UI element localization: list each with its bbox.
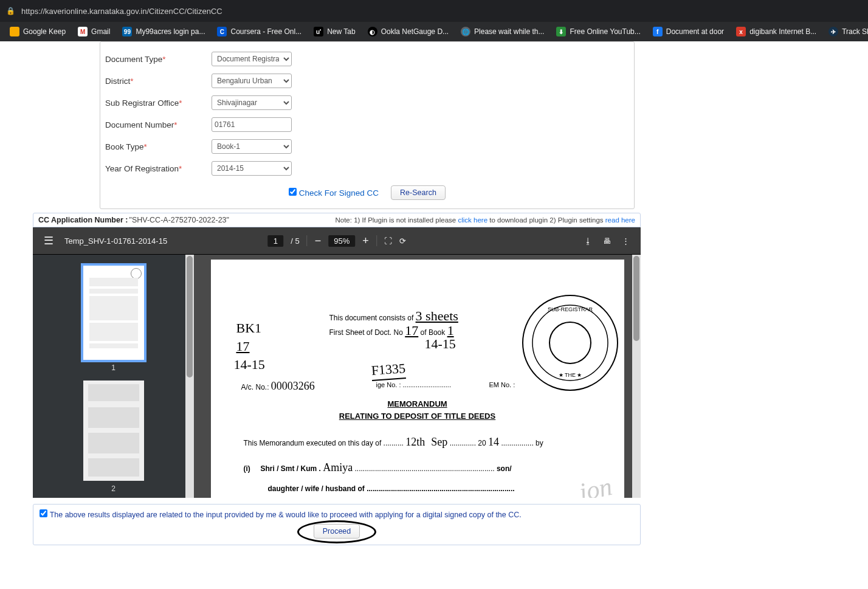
consent-checkbox[interactable] — [40, 509, 47, 517]
track-icon: ✈ — [828, 27, 838, 36]
book-type-select[interactable]: Book-1 — [212, 139, 292, 154]
memo-line2: (i) Shri / Smt / Kum . Amiya ...........… — [244, 461, 612, 474]
label-year: Year Of Registration* — [105, 164, 212, 173]
district-select[interactable]: Bengaluru Urban — [212, 74, 292, 88]
pdf-current-page[interactable]: 1 — [267, 235, 283, 247]
label-doc-type: Document Type* — [105, 55, 212, 64]
svg-text:SUB-REGISTRAR: SUB-REGISTRAR — [547, 306, 593, 312]
bookmark-digibank[interactable]: xdigibank Internet B... — [731, 24, 821, 39]
bookmark-doc-at-door[interactable]: fDocument at door — [648, 24, 729, 39]
doc-consists-line: This document consists of 3 sheets — [329, 308, 458, 324]
label-sro: Sub Registrar Office* — [105, 98, 212, 108]
bookmark-pleasewait[interactable]: 🌐Please wait while th... — [456, 24, 549, 39]
thumb-1-number: 1 — [33, 363, 194, 372]
pdf-zoom-level[interactable]: 95% — [328, 235, 355, 247]
bookmark-99acres[interactable]: 99My99acres login pa... — [117, 24, 210, 39]
memo-subtitle: RELATING TO DEPOSIT OF TITLE DEEDS — [211, 412, 624, 421]
check-signed-cc[interactable] — [289, 188, 297, 196]
bookmark-gmail[interactable]: MGmail — [73, 24, 115, 39]
bookmarks-bar: Google Keep MGmail 99My99acres login pa.… — [0, 22, 868, 41]
bookmark-bluedart[interactable]: ✈Track Shipment Stat... — [824, 24, 868, 39]
ookla-icon: ◐ — [368, 27, 377, 36]
zoom-in-icon[interactable]: + — [362, 235, 369, 247]
pdf-page-1: ★ THE ★ SUB-REGISTRAR This document cons… — [211, 260, 624, 498]
em-no: EM No. : — [489, 381, 515, 388]
rotate-icon[interactable]: ⟳ — [399, 236, 406, 246]
consent-panel: The above results displayed are related … — [33, 504, 641, 545]
thumbs-scrollbar[interactable] — [185, 255, 194, 498]
coursera-icon: C — [217, 27, 227, 36]
svg-point-1 — [532, 305, 608, 381]
plugin-read-here-link[interactable]: read here — [605, 216, 635, 224]
pdf-toolbar: ☰ Temp_SHV-1-01761-2014-15 1 / 5 − 95% +… — [33, 227, 641, 254]
doc-number-input[interactable] — [212, 117, 292, 132]
url-text[interactable]: https://kaverionline.karnataka.gov.in/Ci… — [21, 7, 222, 16]
label-district: District* — [105, 77, 212, 86]
17-hand: 17 — [236, 339, 250, 354]
facebook-icon: f — [653, 27, 663, 36]
bookmark-newtab[interactable]: u'New Tab — [309, 24, 360, 39]
pdf-thumb-1[interactable] — [83, 266, 144, 360]
check-signed-cc-wrap[interactable]: Check For Signed CC — [289, 188, 379, 198]
check-signed-cc-label: Check For Signed CC — [299, 188, 379, 198]
print-icon[interactable]: 🖶 — [603, 236, 611, 246]
svg-text:★ THE ★: ★ THE ★ — [558, 372, 582, 378]
cc-app-label: CC Application Number : — [38, 216, 128, 224]
sro-select[interactable]: Shivajinagar — [212, 95, 292, 110]
gmail-icon: M — [78, 27, 88, 36]
keep-icon — [10, 27, 19, 36]
browser-address-bar: 🔒 https://kaverionline.karnataka.gov.in/… — [0, 0, 868, 22]
ige-no: ige No. : .......................... — [376, 381, 452, 388]
pdf-page-separator: / 5 — [291, 236, 299, 246]
u-icon: u' — [314, 27, 323, 36]
research-button[interactable]: Re-Search — [391, 185, 446, 200]
pdf-page-canvas[interactable]: ★ THE ★ SUB-REGISTRAR This document cons… — [194, 255, 641, 498]
thumb-2-number: 2 — [33, 484, 194, 493]
globe-icon: 🌐 — [461, 27, 470, 36]
watermark-ion: ion — [576, 472, 614, 498]
pdf-thumbnails-panel: 1 2 — [33, 255, 194, 498]
pdf-thumb-2[interactable] — [83, 381, 144, 481]
doc-scrollbar[interactable] — [632, 255, 641, 498]
download-icon[interactable]: ⭳ — [584, 236, 592, 246]
bookmark-google-keep[interactable]: Google Keep — [5, 24, 71, 39]
pdf-menu-icon[interactable]: ☰ — [33, 234, 64, 247]
highlight-oval — [297, 520, 376, 543]
memo-title: MEMORANDUM — [211, 399, 624, 408]
label-book-type: Book Type* — [105, 142, 212, 151]
zoom-out-icon[interactable]: − — [315, 235, 322, 247]
x-icon: x — [736, 27, 746, 36]
lock-icon: 🔒 — [6, 7, 15, 15]
plugin-note: Note: 1) If Plugin is not installed plea… — [335, 216, 635, 224]
down-arrow-icon: ⬇ — [556, 27, 566, 36]
consent-text: The above results displayed are related … — [50, 511, 522, 519]
registrar-seal-icon: ★ THE ★ SUB-REGISTRAR — [520, 293, 621, 393]
doc-type-select[interactable]: Document Registratio — [212, 52, 292, 66]
1415-hand: 14-15 — [234, 357, 265, 373]
bk-hand: BK1 — [236, 320, 262, 336]
bookmark-youtube[interactable]: ⬇Free Online YouTub... — [551, 24, 645, 39]
f1335-hand: F1335 — [371, 360, 406, 381]
fit-page-icon[interactable]: ⛶ — [384, 236, 392, 246]
year-select[interactable]: 2014-15 — [212, 161, 292, 176]
year-hand: 14-15 — [425, 336, 456, 352]
cc-app-value: "SHV-CC-A-275270-2022-23" — [129, 216, 229, 224]
bookmark-coursera[interactable]: CCoursera - Free Onl... — [212, 24, 306, 39]
search-form-panel: Document Type* Document Registratio Dist… — [100, 41, 635, 209]
memo-line3: daughter / wife / husband of ...........… — [268, 484, 515, 493]
label-doc-number: Document Number* — [105, 120, 212, 129]
cc-application-bar: CC Application Number : "SHV-CC-A-275270… — [33, 213, 641, 227]
plugin-click-here-link[interactable]: click here — [458, 216, 487, 224]
pdf-viewer: ☰ Temp_SHV-1-01761-2014-15 1 / 5 − 95% +… — [33, 227, 641, 498]
ac-no-line: A/c. No.: 00003266 — [241, 380, 315, 393]
more-icon[interactable]: ⋮ — [622, 236, 630, 246]
memo-line1: This Memorandum executed on this day of … — [244, 436, 612, 449]
svg-point-2 — [549, 322, 591, 363]
bookmark-ookla[interactable]: ◐Ookla NetGauge D... — [363, 24, 453, 39]
99acres-icon: 99 — [122, 27, 132, 36]
pdf-filename: Temp_SHV-1-01761-2014-15 — [64, 236, 167, 246]
